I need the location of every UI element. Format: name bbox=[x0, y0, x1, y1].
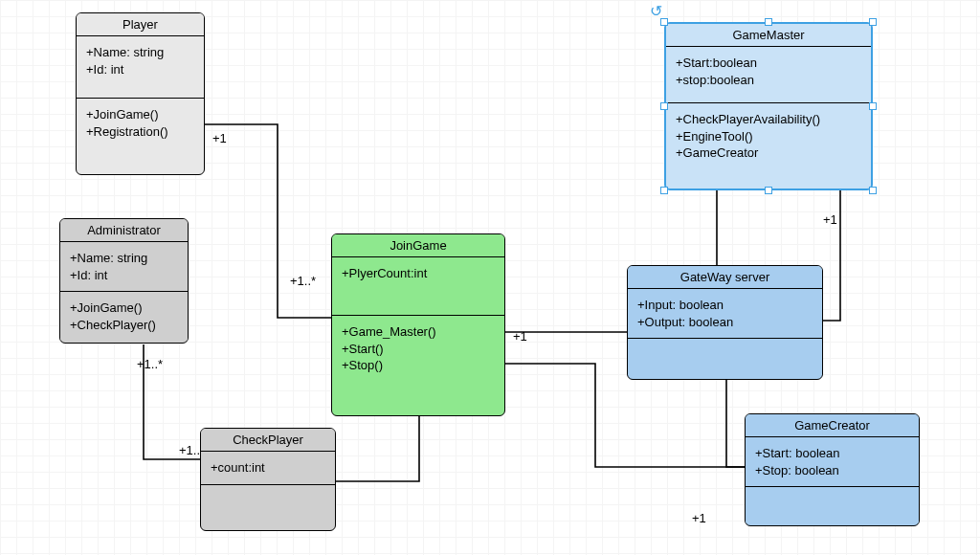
class-gm-attrs: +Start:boolean +stop:boolean bbox=[666, 47, 871, 103]
mult-join-gw: +1 bbox=[513, 329, 527, 344]
mult-gm-gw: +1 bbox=[823, 212, 837, 227]
class-join-title: JoinGame bbox=[332, 234, 504, 257]
diagram-canvas[interactable]: +1 +1..* +1..* +1..* +1 +1 +1 Player +Na… bbox=[0, 0, 980, 555]
class-check-ops bbox=[201, 485, 335, 525]
class-join-ops: +Game_Master() +Start() +Stop() bbox=[332, 316, 504, 382]
mult-player-join: +1 bbox=[212, 131, 227, 145]
class-gateway[interactable]: GateWay server +Input: boolean +Output: … bbox=[627, 265, 823, 380]
class-gamemaster[interactable]: GameMaster +Start:boolean +stop:boolean … bbox=[664, 22, 873, 190]
class-gc-attrs: +Start: boolean +Stop: boolean bbox=[746, 437, 919, 487]
mult-join-in: +1..* bbox=[290, 274, 316, 288]
class-gw-title: GateWay server bbox=[628, 266, 822, 289]
class-gm-ops: +CheckPlayerAvailability() +EngineTool()… bbox=[666, 103, 871, 169]
class-gw-ops bbox=[628, 339, 822, 375]
mult-admin-check: +1..* bbox=[137, 357, 163, 371]
class-gw-attrs: +Input: boolean +Output: boolean bbox=[628, 289, 822, 339]
resize-handle-w[interactable] bbox=[660, 102, 668, 110]
class-player-ops: +JoinGame() +Registration() bbox=[77, 99, 204, 147]
class-gamecreator[interactable]: GameCreator +Start: boolean +Stop: boole… bbox=[745, 413, 920, 526]
resize-handle-n[interactable] bbox=[765, 18, 772, 26]
class-player[interactable]: Player +Name: string +Id: int +JoinGame(… bbox=[76, 12, 205, 175]
class-admin-ops: +JoinGame() +CheckPlayer() bbox=[60, 292, 188, 341]
resize-handle-se[interactable] bbox=[869, 187, 877, 194]
resize-handle-s[interactable] bbox=[765, 187, 772, 194]
class-checkplayer[interactable]: CheckPlayer +count:int bbox=[200, 428, 336, 531]
rotate-handle-icon[interactable]: ↺ bbox=[650, 2, 662, 20]
class-joingame[interactable]: JoinGame +PlyerCount:int +Game_Master() … bbox=[331, 233, 505, 416]
class-admin[interactable]: Administrator +Name: string +Id: int +Jo… bbox=[59, 218, 189, 344]
resize-handle-ne[interactable] bbox=[869, 18, 877, 26]
class-admin-attrs: +Name: string +Id: int bbox=[60, 242, 188, 292]
class-join-attrs: +PlyerCount:int bbox=[332, 257, 504, 316]
resize-handle-e[interactable] bbox=[869, 102, 877, 110]
class-player-attrs: +Name: string +Id: int bbox=[77, 36, 204, 99]
class-gm-title: GameMaster bbox=[666, 24, 871, 47]
class-check-attrs: +count:int bbox=[201, 452, 335, 485]
class-gc-ops bbox=[746, 487, 919, 523]
class-gc-title: GameCreator bbox=[746, 414, 919, 437]
class-player-title: Player bbox=[77, 13, 204, 36]
resize-handle-sw[interactable] bbox=[660, 187, 668, 194]
mult-gc: +1 bbox=[692, 511, 706, 525]
class-check-title: CheckPlayer bbox=[201, 429, 335, 452]
class-admin-title: Administrator bbox=[60, 219, 188, 242]
